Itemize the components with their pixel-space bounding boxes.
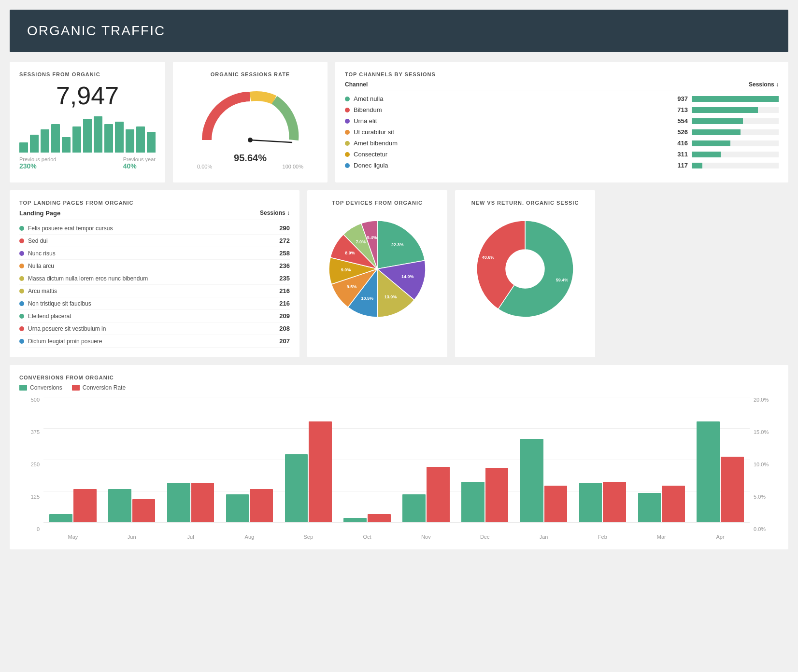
pie-label: 14.0% xyxy=(401,274,414,279)
landing-dot xyxy=(19,301,24,306)
landing-dot xyxy=(19,326,24,331)
channel-bar-wrap xyxy=(692,129,779,135)
conv-bar xyxy=(167,483,190,522)
y-label-left: 250 xyxy=(31,462,40,467)
month-group xyxy=(638,486,685,522)
conversions-title: CONVERSIONS FROM ORGANIC xyxy=(19,375,779,380)
channel-bar xyxy=(692,129,741,135)
channel-dot xyxy=(345,163,350,168)
conversions-legend: ConversionsConversion Rate xyxy=(19,384,779,391)
rate-bar xyxy=(603,482,626,522)
rate-bar xyxy=(309,421,332,522)
month-group xyxy=(108,489,155,522)
month-group xyxy=(697,421,743,522)
month-group xyxy=(285,421,332,522)
channel-dot xyxy=(345,97,350,101)
channel-bar-wrap xyxy=(692,107,779,113)
x-label: Nov xyxy=(397,534,456,540)
pie-label: 9.0% xyxy=(341,267,351,272)
channel-bar-wrap xyxy=(692,96,779,102)
gauge-max: 100.00% xyxy=(283,164,303,169)
channel-dot xyxy=(345,108,350,112)
card-devices: TOP DEVICES FROM ORGANIC 22.3%14.0%13.9%… xyxy=(307,190,447,357)
conv-bar xyxy=(638,493,661,522)
channel-row: Amet nulla 937 xyxy=(345,95,779,102)
x-labels: MayJunJulAugSepOctNovDecJanFebMarApr xyxy=(43,534,750,540)
conv-bar xyxy=(402,494,426,522)
month-group xyxy=(226,489,273,522)
x-label: Jan xyxy=(514,534,573,540)
y-label-right: 10.0% xyxy=(754,462,769,467)
sessions-value: 7,947 xyxy=(19,81,156,110)
x-label: May xyxy=(43,534,102,540)
channel-bar xyxy=(692,163,702,168)
conv-bar xyxy=(520,439,543,522)
landing-name: Sed dui xyxy=(28,238,279,244)
landing-dot xyxy=(19,339,24,344)
grid-line xyxy=(43,460,750,460)
rate-bar xyxy=(485,468,509,522)
landing-col2[interactable]: Sessions xyxy=(260,210,290,217)
rate-bar xyxy=(132,499,156,522)
landing-dot xyxy=(19,314,24,319)
y-label-left: 375 xyxy=(31,429,40,435)
month-group xyxy=(49,489,96,522)
channel-row: Consectetur 311 xyxy=(345,151,779,158)
landing-row: Dictum feugiat proin posuere 207 xyxy=(19,335,290,348)
landing-value: 290 xyxy=(279,224,290,232)
channel-bar xyxy=(692,152,721,157)
row-1: SESSIONS FROM ORGANIC 7,947 Previous per… xyxy=(10,62,788,182)
x-label: Jun xyxy=(102,534,161,540)
landing-list: Felis posuere erat tempor cursus 290 Sed… xyxy=(19,222,290,348)
landing-value: 236 xyxy=(279,262,290,269)
prev-row: Previous period 230% Previous year 40% xyxy=(19,156,156,170)
landing-value: 216 xyxy=(279,300,290,307)
gauge-range: 0.00% 100.00% xyxy=(197,164,303,169)
landing-row: Sed dui 272 xyxy=(19,235,290,247)
landing-name: Urna posuere sit vestibulum in xyxy=(28,325,279,332)
x-label: Oct xyxy=(338,534,397,540)
conv-bar xyxy=(579,483,602,522)
channel-bar xyxy=(692,140,730,146)
gauge-value: 95.64% xyxy=(183,153,318,164)
channel-value: 311 xyxy=(664,151,688,158)
landing-name: Nulla arcu xyxy=(28,263,279,269)
prev-period: Previous period 230% xyxy=(19,156,56,170)
channel-name: Bibendum xyxy=(354,106,664,113)
rate-bar xyxy=(191,483,214,522)
month-group xyxy=(343,514,390,522)
new-vs-return-title: NEW VS RETURN. ORGANIC SESSIC xyxy=(465,200,585,206)
y-label-left: 125 xyxy=(31,494,40,500)
rate-bar xyxy=(427,467,450,522)
grid-line xyxy=(43,522,750,523)
landing-value: 209 xyxy=(279,312,290,320)
header: ORGANIC TRAFFIC xyxy=(10,10,788,52)
landing-name: Eleifend placerat xyxy=(28,313,279,320)
card-channels: TOP CHANNELS BY SESSIONS Channel Session… xyxy=(335,62,788,182)
channel-name: Amet nulla xyxy=(354,95,664,102)
landing-row: Non tristique sit faucibus 216 xyxy=(19,297,290,310)
y-axis-right: 20.0%15.0%10.0%5.0%0.0% xyxy=(750,397,779,532)
landing-title: TOP LANDING PAGES FROM ORGANIC xyxy=(19,200,290,206)
landing-dot xyxy=(19,289,24,294)
channel-row: Ut curabitur sit 526 xyxy=(345,128,779,136)
y-label-right: 20.0% xyxy=(754,397,769,403)
x-label: Dec xyxy=(456,534,514,540)
landing-name: Dictum feugiat proin posuere xyxy=(28,338,279,345)
channel-bar xyxy=(692,96,779,102)
landing-name: Nunc risus xyxy=(28,250,279,257)
channel-row: Donec ligula 117 xyxy=(345,162,779,169)
landing-header: Landing Page Sessions xyxy=(19,210,290,220)
card-conversions: CONVERSIONS FROM ORGANIC ConversionsConv… xyxy=(10,365,788,549)
channel-name: Donec ligula xyxy=(354,162,664,169)
row-2: TOP LANDING PAGES FROM ORGANIC Landing P… xyxy=(10,190,788,357)
y-label-left: 500 xyxy=(31,397,40,403)
devices-title: TOP DEVICES FROM ORGANIC xyxy=(317,200,438,206)
channels-col2[interactable]: Sessions xyxy=(749,81,779,88)
month-group xyxy=(520,439,567,522)
page-title: ORGANIC TRAFFIC xyxy=(27,23,771,39)
rate-bar xyxy=(721,457,744,522)
channel-name: Amet bibendum xyxy=(354,140,664,147)
rate-bar xyxy=(250,489,273,522)
landing-row: Massa dictum nulla lorem eros nunc biben… xyxy=(19,272,290,285)
